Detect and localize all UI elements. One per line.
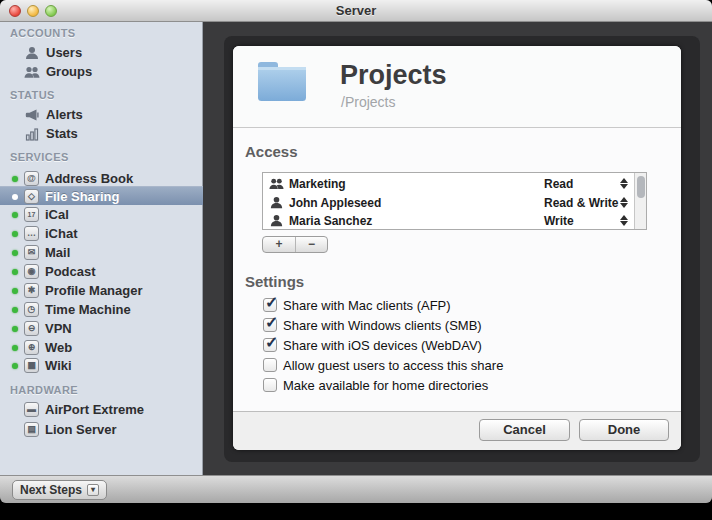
service-status-dot xyxy=(12,269,18,275)
sidebar-item-stats[interactable]: Stats xyxy=(0,124,203,143)
address-book-icon: @ xyxy=(24,171,39,186)
checkbox[interactable]: ✓ xyxy=(263,338,277,352)
time-machine-icon: ◷ xyxy=(24,302,39,317)
content-area: Projects /Projects Access Marketing Read xyxy=(204,22,712,475)
dialog-footer: Cancel Done xyxy=(233,411,681,450)
permission-value: Read xyxy=(544,177,573,191)
service-status-dot xyxy=(12,250,18,256)
checkbox[interactable]: ✓ xyxy=(263,318,277,332)
sidebar-item-ichat[interactable]: … iChat xyxy=(0,224,203,243)
folder-icon xyxy=(255,59,309,109)
permission-value: Write xyxy=(544,214,574,228)
profile-manager-icon: ✱ xyxy=(24,283,39,298)
airport-extreme-icon: ▬ xyxy=(24,402,39,417)
window-title: Server xyxy=(0,3,712,18)
wiki-icon: ▦ xyxy=(24,358,39,373)
access-table: Marketing Read John Appleseed Read & Wri… xyxy=(262,172,647,230)
user-icon xyxy=(24,45,40,61)
sidebar-item-time-machine[interactable]: ◷ Time Machine xyxy=(0,300,203,319)
service-status-dot xyxy=(12,231,18,237)
share-title: Projects xyxy=(340,60,447,91)
access-row[interactable]: John Appleseed Read & Write xyxy=(263,193,633,212)
mail-icon: ✉ xyxy=(24,245,39,260)
service-status-dot xyxy=(12,307,18,313)
sidebar-item-file-sharing[interactable]: ◇ File Sharing xyxy=(0,186,203,205)
lion-server-icon: ▤ xyxy=(24,422,39,437)
share-detail-panel: Projects /Projects Access Marketing Read xyxy=(233,46,681,450)
permission-stepper[interactable] xyxy=(619,177,628,190)
share-path: /Projects xyxy=(341,94,395,110)
sidebar-item-wiki[interactable]: ▦ Wiki xyxy=(0,356,203,375)
sidebar: ACCOUNTS Users Groups STATUS Alerts Stat xyxy=(0,22,203,475)
service-status-dot xyxy=(12,288,18,294)
sidebar-item-profile-manager[interactable]: ✱ Profile Manager xyxy=(0,281,203,300)
service-status-dot xyxy=(12,363,18,369)
check-mark: ✓ xyxy=(265,333,278,352)
next-steps-button[interactable]: Next Steps ▾ xyxy=(12,480,107,500)
permission-stepper[interactable] xyxy=(619,214,628,227)
add-remove-control: + − xyxy=(262,236,328,253)
access-row[interactable]: Marketing Read xyxy=(263,174,633,193)
checkbox[interactable]: ✓ xyxy=(263,378,277,392)
group-icon xyxy=(269,176,284,191)
server-window: Server ACCOUNTS Users Groups STATUS Aler… xyxy=(0,0,712,503)
section-header-status: STATUS xyxy=(10,89,55,103)
sidebar-item-vpn[interactable]: ⊖ VPN xyxy=(0,319,203,338)
vpn-icon: ⊖ xyxy=(24,321,39,336)
service-status-dot xyxy=(12,212,18,218)
service-status-dot xyxy=(12,176,18,182)
sidebar-item-mail[interactable]: ✉ Mail xyxy=(0,243,203,262)
done-button[interactable]: Done xyxy=(579,419,669,441)
sidebar-item-podcast[interactable]: ◉ Podcast xyxy=(0,262,203,281)
ical-icon: 17 xyxy=(24,207,39,222)
user-icon xyxy=(269,195,284,210)
scrollbar[interactable] xyxy=(634,173,646,229)
titlebar: Server xyxy=(0,0,712,22)
access-row[interactable]: Maria Sanchez Write xyxy=(263,211,633,230)
cancel-button[interactable]: Cancel xyxy=(479,419,570,441)
permission-stepper[interactable] xyxy=(619,196,628,209)
checkbox[interactable]: ✓ xyxy=(263,298,277,312)
file-sharing-icon: ◇ xyxy=(24,189,39,204)
service-status-dot xyxy=(12,194,18,200)
alerts-icon xyxy=(24,107,40,123)
section-header-accounts: ACCOUNTS xyxy=(10,27,76,41)
scrollbar-thumb[interactable] xyxy=(637,176,645,198)
section-header-services: SERVICES xyxy=(10,151,69,165)
check-mark: ✓ xyxy=(265,313,278,332)
sidebar-item-users[interactable]: Users xyxy=(0,43,203,62)
checkbox[interactable]: ✓ xyxy=(263,358,277,372)
remove-button[interactable]: − xyxy=(295,237,327,252)
stats-icon xyxy=(24,126,40,142)
sidebar-item-web[interactable]: ⊕ Web xyxy=(0,338,203,357)
permission-value: Read & Write xyxy=(544,196,618,210)
settings-heading: Settings xyxy=(245,273,304,290)
sidebar-item-ical[interactable]: 17 iCal xyxy=(0,205,203,224)
podcast-icon: ◉ xyxy=(24,264,39,279)
sidebar-item-groups[interactable]: Groups xyxy=(0,62,203,81)
bottom-toolbar: Next Steps ▾ xyxy=(0,475,712,503)
service-status-dot xyxy=(12,326,18,332)
ichat-icon: … xyxy=(24,226,39,241)
web-icon: ⊕ xyxy=(24,340,39,355)
section-header-hardware: HARDWARE xyxy=(10,384,78,398)
sidebar-item-airport-extreme[interactable]: ▬ AirPort Extreme xyxy=(0,400,203,419)
add-button[interactable]: + xyxy=(263,237,295,252)
service-status-dot xyxy=(12,345,18,351)
user-icon xyxy=(269,213,284,228)
sidebar-item-alerts[interactable]: Alerts xyxy=(0,105,203,124)
group-icon xyxy=(24,64,40,80)
chevron-down-icon: ▾ xyxy=(87,484,99,496)
check-mark: ✓ xyxy=(265,293,278,312)
sidebar-item-lion-server[interactable]: ▤ Lion Server xyxy=(0,420,203,439)
access-heading: Access xyxy=(245,143,298,160)
share-header: Projects /Projects xyxy=(233,46,681,128)
